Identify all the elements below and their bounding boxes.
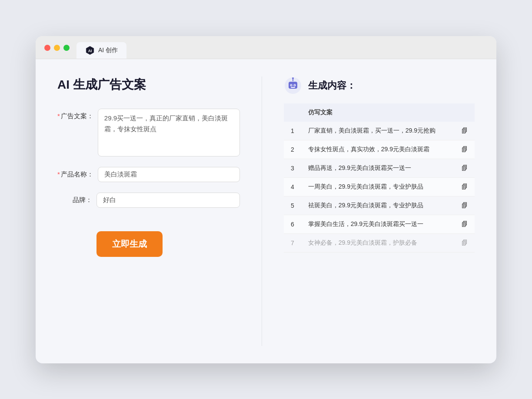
row-number: 2 xyxy=(284,140,301,159)
table-row: 7女神必备，29.9元美白淡斑霜，护肤必备🗐 xyxy=(284,233,475,252)
tab-label: AI 创作 xyxy=(98,47,118,54)
right-panel: 生成内容： 仿写文案 1厂家直销，美白淡斑霜，买一送一，29.9元抢购🗐2专抹女… xyxy=(284,76,475,346)
table-row: 4一周美白，29.9元美白淡斑霜，专业护肤品🗐 xyxy=(284,177,475,196)
table-row: 3赠品再送，29.9元美白淡斑霜买一送一🗐 xyxy=(284,159,475,177)
page-content: AI 生成广告文案 *广告文案： *产品名称： 品牌： 立即生成 xyxy=(36,59,496,363)
row-number: 3 xyxy=(284,159,301,177)
svg-rect-10 xyxy=(291,87,295,88)
row-text: 厂家直销，美白淡斑霜，买一送一，29.9元抢购 xyxy=(301,122,453,140)
form-group-product: *产品名称： xyxy=(57,167,240,182)
form-group-ad: *广告文案： xyxy=(57,109,240,156)
svg-point-4 xyxy=(292,77,294,79)
generate-button[interactable]: 立即生成 xyxy=(96,231,163,257)
product-input[interactable] xyxy=(98,167,240,182)
row-number: 4 xyxy=(284,177,301,196)
browser-chrome: AI AI 创作 xyxy=(36,36,496,59)
result-title: 生成内容： xyxy=(308,79,356,92)
row-number: 6 xyxy=(284,215,301,233)
copy-icon[interactable]: 🗐 xyxy=(453,159,475,177)
svg-text:AI: AI xyxy=(88,48,92,53)
copy-icon[interactable]: 🗐 xyxy=(453,233,475,252)
col-text: 仿写文案 xyxy=(301,103,453,122)
close-button[interactable] xyxy=(44,45,50,51)
row-text: 女神必备，29.9元美白淡斑霜，护肤必备 xyxy=(301,233,453,252)
table-row: 5祛斑美白，29.9元美白淡斑霜，专业护肤品🗐 xyxy=(284,196,475,215)
minimize-button[interactable] xyxy=(54,45,60,51)
ad-label: *广告文案： xyxy=(57,109,93,120)
table-row: 6掌握美白生活，29.9元美白淡斑霜买一送一🗐 xyxy=(284,215,475,233)
robot-icon xyxy=(284,76,302,95)
row-text: 掌握美白生活，29.9元美白淡斑霜买一送一 xyxy=(301,215,453,233)
result-table: 仿写文案 1厂家直销，美白淡斑霜，买一送一，29.9元抢购🗐2专抹女性斑点，真实… xyxy=(284,103,475,253)
left-panel: AI 生成广告文案 *广告文案： *产品名称： 品牌： 立即生成 xyxy=(57,76,240,346)
copy-icon[interactable]: 🗐 xyxy=(453,215,475,233)
divider xyxy=(262,76,262,346)
col-num xyxy=(284,103,301,122)
table-header-row: 仿写文案 xyxy=(284,103,475,122)
form-group-brand: 品牌： xyxy=(57,193,240,208)
row-number: 1 xyxy=(284,122,301,140)
row-text: 一周美白，29.9元美白淡斑霜，专业护肤品 xyxy=(301,177,453,196)
brand-input[interactable] xyxy=(96,193,240,208)
row-text: 赠品再送，29.9元美白淡斑霜买一送一 xyxy=(301,159,453,177)
row-number: 5 xyxy=(284,196,301,215)
result-header: 生成内容： xyxy=(284,76,475,95)
page-title: AI 生成广告文案 xyxy=(57,76,240,93)
copy-icon[interactable]: 🗐 xyxy=(453,140,475,159)
ai-tab-icon: AI xyxy=(85,46,95,55)
col-copy xyxy=(453,103,475,122)
table-row: 2专抹女性斑点，真实功效，29.9元美白淡斑霜🗐 xyxy=(284,140,475,159)
row-text: 专抹女性斑点，真实功效，29.9元美白淡斑霜 xyxy=(301,140,453,159)
required-star-product: * xyxy=(57,170,60,178)
copy-icon[interactable]: 🗐 xyxy=(453,177,475,196)
ad-textarea[interactable] xyxy=(98,109,240,156)
traffic-lights xyxy=(44,45,70,56)
row-text: 祛斑美白，29.9元美白淡斑霜，专业护肤品 xyxy=(301,196,453,215)
table-row: 1厂家直销，美白淡斑霜，买一送一，29.9元抢购🗐 xyxy=(284,122,475,140)
row-number: 7 xyxy=(284,233,301,252)
maximize-button[interactable] xyxy=(63,45,70,51)
browser-window: AI AI 创作 AI 生成广告文案 *广告文案： *产品名称： xyxy=(36,36,496,363)
svg-point-9 xyxy=(294,84,295,85)
svg-point-8 xyxy=(291,84,292,85)
copy-icon[interactable]: 🗐 xyxy=(453,122,475,140)
copy-icon[interactable]: 🗐 xyxy=(453,196,475,215)
required-star-ad: * xyxy=(57,112,60,120)
brand-label: 品牌： xyxy=(57,193,92,204)
product-label: *产品名称： xyxy=(57,167,93,179)
tab-ai-creation[interactable]: AI AI 创作 xyxy=(76,42,126,59)
